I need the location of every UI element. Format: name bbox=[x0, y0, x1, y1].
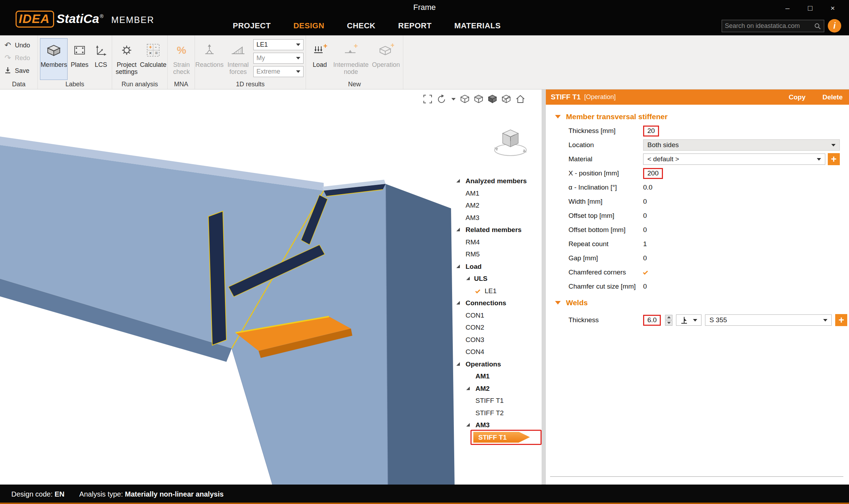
iso-view-icon[interactable] bbox=[460, 94, 469, 104]
shaded-view-icon[interactable] bbox=[488, 94, 497, 104]
calculate-button[interactable]: +-×= Calculate bbox=[140, 38, 166, 80]
stepper-up-button[interactable] bbox=[665, 315, 672, 320]
add-material-button[interactable]: + bbox=[828, 153, 840, 165]
section-collapse-icon[interactable] bbox=[555, 115, 561, 118]
home-view-icon[interactable] bbox=[515, 94, 525, 104]
orbit-dropdown-caret-icon[interactable] bbox=[451, 98, 456, 100]
tree-item-uls[interactable]: ULS bbox=[450, 273, 542, 285]
intermediate-node-button[interactable]: + Intermediate node bbox=[334, 38, 368, 80]
copy-button[interactable]: Copy bbox=[789, 93, 805, 101]
offset-bottom-value[interactable]: 0 bbox=[643, 226, 647, 234]
tab-design[interactable]: DESIGN bbox=[293, 21, 324, 30]
tree-item-related-members[interactable]: Related members bbox=[450, 224, 542, 236]
x-position-input[interactable]: 200 bbox=[643, 168, 663, 179]
window-controls: – □ × bbox=[776, 1, 844, 15]
add-weld-material-button[interactable]: + bbox=[835, 314, 847, 326]
tree-item-con1[interactable]: CON1 bbox=[450, 309, 542, 322]
product-name: MEMBER bbox=[111, 15, 155, 25]
tab-project[interactable]: PROJECT bbox=[233, 21, 271, 30]
stepper-down-button[interactable] bbox=[665, 320, 672, 326]
tree-item-analyzed-members[interactable]: Analyzed members bbox=[450, 175, 542, 187]
collapse-icon[interactable] bbox=[456, 265, 460, 268]
search-icon[interactable] bbox=[814, 23, 821, 30]
search-input[interactable] bbox=[725, 22, 814, 30]
tab-materials[interactable]: MATERIALS bbox=[454, 21, 501, 30]
tree-item-le1[interactable]: LE1 bbox=[450, 285, 542, 297]
search-box[interactable] bbox=[722, 20, 824, 32]
weld-type-dropdown[interactable] bbox=[676, 314, 701, 326]
tree-item-am3[interactable]: AM3 bbox=[450, 212, 542, 224]
new-load-button[interactable]: + Load bbox=[310, 38, 330, 80]
tree-item-am2[interactable]: AM2 bbox=[450, 199, 542, 212]
collapse-icon[interactable] bbox=[456, 301, 460, 305]
offset-top-value[interactable]: 0 bbox=[643, 212, 647, 220]
collapse-icon[interactable] bbox=[456, 179, 460, 183]
tree-item-con3[interactable]: CON3 bbox=[450, 334, 542, 346]
weld-material-dropdown[interactable]: S 355 bbox=[705, 314, 832, 326]
tree-item-con4[interactable]: CON4 bbox=[450, 346, 542, 358]
selected-item-arrow[interactable]: STIFF T1 bbox=[473, 432, 530, 443]
collapse-icon[interactable] bbox=[456, 362, 460, 366]
plane-view-icon[interactable] bbox=[474, 94, 483, 104]
3d-viewport[interactable]: Analyzed members AM1 AM2 AM3 Related mem… bbox=[0, 89, 542, 485]
delete-button[interactable]: Delete bbox=[822, 93, 843, 101]
tree-item-connections[interactable]: Connections bbox=[450, 297, 542, 309]
tree-item-rm4[interactable]: RM4 bbox=[450, 236, 542, 249]
section-collapse-icon[interactable] bbox=[555, 301, 561, 305]
gap-value[interactable]: 0 bbox=[643, 254, 647, 262]
orbit-view-icon[interactable] bbox=[437, 94, 447, 104]
weld-thickness-input[interactable]: 6.0 bbox=[643, 315, 661, 326]
tree-item-con2[interactable]: CON2 bbox=[450, 321, 542, 334]
calculate-icon: +-×= bbox=[146, 41, 160, 59]
inclination-value[interactable]: 0.0 bbox=[643, 184, 652, 191]
plates-button[interactable]: Plates bbox=[69, 38, 90, 80]
tree-item-rm5[interactable]: RM5 bbox=[450, 248, 542, 261]
tree-item-operations-am2[interactable]: AM2 bbox=[450, 383, 542, 395]
load-case-dropdown[interactable]: LE1 bbox=[253, 39, 304, 50]
lcs-button[interactable]: LCS bbox=[92, 38, 111, 80]
tree-item-am3-stiff-t1-selected[interactable]: STIFF T1 bbox=[450, 431, 542, 444]
component-dropdown[interactable]: My bbox=[253, 53, 304, 64]
collapse-icon[interactable] bbox=[466, 387, 470, 390]
info-button[interactable]: i bbox=[828, 19, 841, 33]
members-button[interactable]: Members bbox=[40, 38, 68, 80]
navigation-cube[interactable] bbox=[493, 120, 528, 164]
strain-check-button[interactable]: % Strain check bbox=[170, 38, 193, 80]
width-value[interactable]: 0 bbox=[643, 198, 647, 205]
collapse-icon[interactable] bbox=[466, 277, 470, 280]
tree-item-operations[interactable]: Operations bbox=[450, 358, 542, 371]
internal-forces-button[interactable]: Internal forces bbox=[223, 38, 253, 80]
location-dropdown[interactable]: Both sides bbox=[643, 139, 840, 151]
new-operation-button[interactable]: + Operation bbox=[372, 38, 400, 80]
row-offset-bottom: Offset bottom [mm] 0 bbox=[546, 223, 849, 237]
undo-button[interactable]: ↶Undo bbox=[0, 39, 37, 52]
save-button[interactable]: Save bbox=[0, 64, 37, 77]
analysis-type-value: Materially non-linear analysis bbox=[125, 490, 224, 498]
chamfered-corners-checkbox[interactable] bbox=[643, 268, 648, 276]
project-settings-button[interactable]: Project settings bbox=[114, 38, 139, 80]
repeat-count-value[interactable]: 1 bbox=[643, 240, 647, 248]
tree-item-am1[interactable]: AM1 bbox=[450, 187, 542, 200]
reactions-button[interactable]: Reactions bbox=[197, 38, 222, 80]
tree-item-am2-stiff-t1[interactable]: STIFF T1 bbox=[450, 395, 542, 407]
tab-check[interactable]: CHECK bbox=[347, 21, 376, 30]
tree-item-am2-stiff-t2[interactable]: STIFF T2 bbox=[450, 407, 542, 419]
group-caption-labels: Labels bbox=[38, 81, 112, 88]
design-code-label: Design code: bbox=[11, 490, 53, 498]
clip-view-icon[interactable] bbox=[502, 94, 511, 104]
tab-report[interactable]: REPORT bbox=[398, 21, 432, 30]
extreme-dropdown[interactable]: Extreme bbox=[253, 66, 304, 77]
minimize-button[interactable]: – bbox=[776, 1, 799, 15]
le1-checkbox[interactable] bbox=[474, 288, 481, 295]
redo-button[interactable]: ↷Redo bbox=[0, 52, 37, 64]
close-button[interactable]: × bbox=[821, 1, 844, 15]
chamfer-cut-size-value[interactable]: 0 bbox=[643, 283, 647, 290]
thickness-input[interactable]: 20 bbox=[643, 126, 659, 137]
collapse-icon[interactable] bbox=[466, 423, 470, 427]
tree-item-operations-am1[interactable]: AM1 bbox=[450, 370, 542, 383]
collapse-icon[interactable] bbox=[456, 228, 460, 231]
zoom-fit-icon[interactable] bbox=[423, 94, 432, 104]
maximize-button[interactable]: □ bbox=[799, 1, 821, 15]
tree-item-load[interactable]: Load bbox=[450, 261, 542, 273]
material-dropdown[interactable]: < default > bbox=[643, 153, 825, 165]
